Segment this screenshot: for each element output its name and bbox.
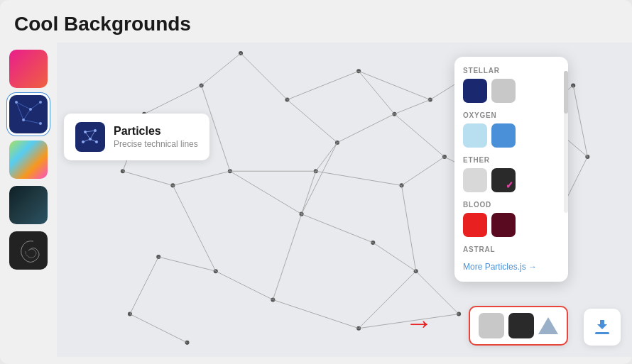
svg-line-67 [216,271,273,299]
svg-line-70 [130,314,187,343]
svg-line-58 [302,143,337,214]
rainbow-thumb [9,140,48,179]
swatch-stellar-dark[interactable] [463,79,487,103]
svg-line-48 [394,100,430,114]
svg-line-62 [302,214,374,243]
svg-line-2 [16,102,23,120]
download-icon [593,318,611,336]
download-button[interactable] [584,309,621,346]
sidebar-item-spiral[interactable] [9,231,48,270]
color-section-ether: ETHER ✓ [463,156,560,192]
svg-line-4 [23,109,31,120]
selected-checkmark: ✓ [506,180,513,191]
color-section-oxygen: OXYGEN [463,111,560,148]
blood-label: BLOOD [463,201,560,209]
svg-point-7 [39,101,42,104]
scrollbar-track[interactable] [564,71,568,213]
svg-line-60 [316,171,402,185]
swatch-ether-light[interactable] [463,168,487,192]
label-card: Particles Precise technical lines [64,114,209,160]
canvas-area: Particles Precise technical lines STELLA… [57,43,632,357]
title-bar: Cool Backgrounds [0,0,632,43]
svg-line-82 [402,185,416,271]
svg-line-76 [230,171,302,214]
svg-line-56 [394,114,444,157]
svg-line-59 [302,171,316,214]
toolbar-swatch-light[interactable] [479,313,504,338]
swatch-ether-dark[interactable]: ✓ [491,168,516,192]
svg-line-83 [273,214,301,300]
stellar-swatches [463,79,560,103]
label-card-icon [75,122,105,152]
swatch-blood-red[interactable] [463,213,487,237]
ether-swatches: ✓ [463,168,560,192]
svg-line-92 [90,131,95,139]
scrollbar-thumb[interactable] [564,71,568,114]
svg-marker-96 [597,320,607,329]
svg-line-68 [158,257,216,271]
spiral-thumb [9,231,48,270]
swatch-oxygen-light[interactable] [463,123,487,148]
svg-line-90 [85,131,95,132]
bottom-toolbar [469,306,568,346]
style-desc: Precise technical lines [114,139,198,149]
ether-label: ETHER [463,156,560,164]
svg-line-71 [173,171,230,185]
main-content: Particles Precise technical lines STELLA… [0,43,632,357]
style-name: Particles [114,125,198,138]
swatch-blood-dark[interactable] [491,213,516,237]
svg-line-1 [31,102,40,109]
svg-line-42 [202,53,241,85]
svg-line-44 [287,71,359,99]
deepblue-thumb [9,186,48,224]
toolbar-triangle[interactable] [538,317,558,334]
label-card-text: Particles Precise technical lines [114,125,198,149]
stellar-label: STELLAR [463,67,560,75]
svg-line-72 [123,171,173,185]
gradient-thumb [9,50,48,88]
svg-line-93 [83,139,90,142]
swatch-stellar-light[interactable] [491,79,516,103]
svg-point-8 [22,118,25,121]
more-particles-link[interactable]: More Particles.js → [463,262,560,272]
particles-thumb [9,95,48,133]
svg-line-74 [144,85,202,114]
color-section-blood: BLOOD [463,201,560,237]
sidebar-item-rainbow[interactable] [9,140,48,179]
astral-label: ASTRAL [463,246,560,253]
svg-line-63 [373,243,415,271]
svg-line-94 [90,139,97,142]
swatch-oxygen-blue[interactable] [491,123,516,148]
app-title: Cool Backgrounds [14,13,618,35]
svg-point-5 [15,101,18,104]
svg-line-91 [85,132,90,139]
arrow-symbol: → [405,307,433,338]
color-section-stellar: STELLAR [463,67,560,103]
svg-point-6 [29,108,32,111]
svg-rect-95 [595,332,609,334]
sidebar-item-gradient[interactable] [9,50,48,88]
svg-line-66 [273,299,359,328]
blood-swatches [463,213,560,237]
svg-line-43 [287,100,337,143]
svg-line-45 [359,71,394,114]
more-link-text: More Particles.js → [463,262,537,272]
svg-line-46 [359,71,430,99]
svg-line-57 [337,114,395,143]
sidebar [0,43,57,357]
oxygen-label: OXYGEN [463,111,560,119]
toolbar-swatch-dark[interactable] [508,313,534,338]
svg-point-9 [39,122,42,125]
sidebar-item-particles[interactable] [9,95,48,133]
svg-line-69 [130,257,158,314]
color-section-astral: ASTRAL [463,246,560,253]
color-picker-popup: STELLAR OXYGEN ETHER [454,57,568,282]
oxygen-swatches [463,123,560,148]
svg-line-41 [241,53,287,99]
svg-line-3 [23,120,40,123]
sidebar-item-deepblue[interactable] [9,186,48,224]
app-container: Cool Backgrounds [0,0,632,364]
arrow-annotation: → [405,309,433,337]
svg-line-80 [316,143,337,171]
svg-line-61 [402,157,445,185]
